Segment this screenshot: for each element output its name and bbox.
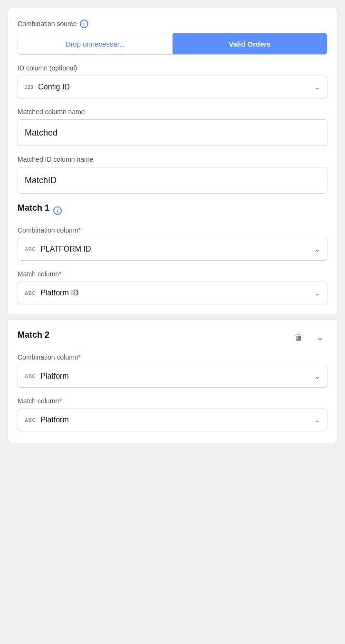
match1-match-column-label: Match column* [18,270,327,278]
match2-combination-column-label: Combination column* [18,353,327,361]
match2-match-required: * [59,397,61,405]
matched-id-column-group: Matched ID column name [18,156,327,194]
matched-id-column-label: Matched ID column name [18,156,327,163]
match1-info-icon[interactable]: i [53,206,62,215]
matched-column-label: Matched column name [18,108,327,116]
matched-column-input[interactable] [18,119,327,146]
id-column-chevron-icon: ⌄ [315,83,320,91]
matched-id-column-input[interactable] [18,167,327,194]
match1-title: Match 1 [18,203,49,213]
match1-combination-type-badge: ABC [25,247,36,252]
section-divider [8,314,337,320]
match1-combination-column-select[interactable]: ABC PLATFORM ID ⌄ [18,238,327,261]
match2-match-column-group: Match column* ABC Platform ⌄ [18,397,327,431]
combination-source-label: Combination source i [18,20,327,28]
id-column-value: Config ID [38,83,315,91]
combination-source-text: Combination source [18,20,77,28]
combination-source-group: Combination source i Drop unnecessar... … [18,20,327,55]
match2-header: Match 2 🗑 ⌄ [18,330,327,345]
match2-delete-icon[interactable]: 🗑 [291,330,307,345]
match2-combination-column-select[interactable]: ABC Platform ⌄ [18,365,327,388]
match2-combination-required: * [78,353,81,361]
toggle-valid-orders[interactable]: Valid Orders [172,33,327,54]
match1-header: Match 1 i [18,203,327,218]
match2-combination-type-badge: ABC [25,374,36,379]
match2-match-value: Platform [40,416,315,424]
match2-match-column-select[interactable]: ABC Platform ⌄ [18,409,327,431]
match1-combination-column-label: Combination column* [18,226,327,234]
top-card: Combination source i Drop unnecessar... … [8,8,337,314]
match1-match-chevron-icon: ⌄ [315,289,320,297]
match2-title-group: Match 2 [18,330,49,345]
match1-match-value: Platform ID [40,289,315,297]
match1-combination-column-group: Combination column* ABC PLATFORM ID ⌄ [18,226,327,261]
match1-match-type-badge: ABC [25,291,36,296]
match1-combination-chevron-icon: ⌄ [315,245,320,253]
match2-match-type-badge: ABC [25,418,36,423]
id-column-type-badge: 123 [25,85,33,90]
match1-combination-value: PLATFORM ID [40,245,315,254]
match1-match-column-select[interactable]: ABC Platform ID ⌄ [18,282,327,304]
match2-title: Match 2 [18,330,49,340]
match2-match-column-label: Match column* [18,397,327,405]
id-column-select[interactable]: 123 Config ID ⌄ [18,76,327,98]
id-column-group: ID column (optional) 123 Config ID ⌄ [18,64,327,98]
match2-collapse-icon[interactable]: ⌄ [312,330,327,345]
matched-column-group: Matched column name [18,108,327,146]
combination-source-info-icon[interactable]: i [80,20,88,28]
match2-combination-chevron-icon: ⌄ [315,372,320,380]
match2-card: Match 2 🗑 ⌄ Combination column* ABC Plat… [8,320,337,443]
match2-combination-column-group: Combination column* ABC Platform ⌄ [18,353,327,388]
match1-match-required: * [59,270,61,278]
match2-combination-value: Platform [40,372,315,381]
match2-actions: 🗑 ⌄ [291,330,327,345]
toggle-container: Drop unnecessar... Valid Orders [18,33,327,55]
match1-match-column-group: Match column* ABC Platform ID ⌄ [18,270,327,304]
match2-match-chevron-icon: ⌄ [315,416,320,424]
toggle-drop-unnecessary[interactable]: Drop unnecessar... [18,33,172,54]
page-container: Combination source i Drop unnecessar... … [0,0,345,644]
id-column-label: ID column (optional) [18,64,327,72]
match1-title-group: Match 1 i [18,203,62,218]
match1-combination-required: * [78,226,81,234]
match1-section: Match 1 i Combination column* ABC PLATFO… [18,203,327,304]
